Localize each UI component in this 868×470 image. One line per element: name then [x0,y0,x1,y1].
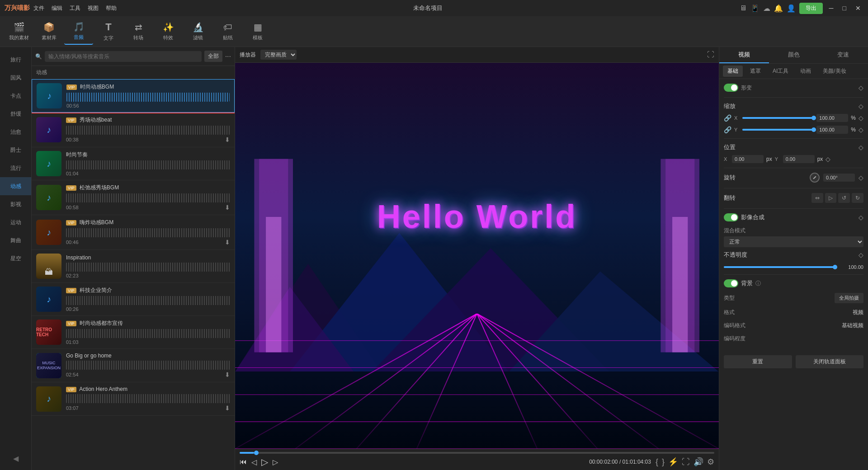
rotate-cw-button[interactable]: ↻ [852,193,863,203]
music-item-6[interactable]: 🏔 Inspiration 02:23 [32,250,235,283]
prev-frame-button[interactable]: ◁ [251,458,257,466]
music-item-8[interactable]: RETRO TECH VIP 时尚动感都市宣传 01:03 [32,316,235,349]
download-icon-5[interactable]: ⬇ [225,239,230,246]
cat-dongan[interactable]: 动感 [0,177,31,195]
scale-link-icon[interactable]: 🔗 [724,126,731,133]
pos-keyframe[interactable]: ◇ [826,155,830,163]
menu-tools[interactable]: 工具 [70,5,80,12]
rotation-input[interactable] [823,174,855,182]
pos-x-input[interactable] [732,155,764,163]
next-frame-button[interactable]: ▷ [273,458,278,466]
cat-travel[interactable]: 旅行 [0,51,31,69]
music-item-4[interactable]: ♪ VIP 松弛感秀场BGM 00:58 ⬇ [32,180,235,215]
blend-keyframe-icon[interactable]: ◇ [859,214,863,221]
music-item-1[interactable]: ♪ VIP 时尚动感BGM 00:56 [32,79,235,113]
tool-text[interactable]: T 文字 [94,19,123,45]
download-icon-9[interactable]: ⬇ [225,371,230,378]
tool-material[interactable]: 🎬 我的素材 [5,19,33,45]
music-item-2[interactable]: ♪ VIP 秀场动感beat 00:38 ⬇ [32,113,235,147]
cat-liuxing[interactable]: 流行 [0,159,31,177]
tool-filter[interactable]: 🔬 滤镜 [184,19,212,45]
split-icon[interactable]: ⚡ [668,457,678,467]
scale-y-slider[interactable] [742,129,814,131]
rotate-ccw-button[interactable]: ↺ [838,193,850,203]
bg-info-icon[interactable]: ⓘ [755,280,761,287]
skip-back-button[interactable]: ⏮ [240,458,247,466]
tool-sticker[interactable]: 🏷 贴纸 [213,19,242,45]
subtab-beauty[interactable]: 美颜/美妆 [818,66,850,77]
scale-x-slider[interactable] [742,117,814,119]
cat-guofeng[interactable]: 国风 [0,69,31,87]
mark-out-icon[interactable]: } [662,457,665,467]
music-item-3[interactable]: ♪ 时尚节奏 01:04 [32,147,235,180]
download-icon-4[interactable]: ⬇ [225,204,230,211]
download-icon-2[interactable]: ⬇ [225,136,230,143]
tool-audio[interactable]: 🎵 音频 [64,19,93,45]
music-search-input[interactable] [45,51,202,62]
shape-toggle[interactable] [724,84,738,92]
flip-v-button[interactable]: ▷ [825,193,836,203]
subtab-basic[interactable]: 基础 [723,66,743,77]
menu-help[interactable]: 帮助 [106,5,117,12]
position-keyframe-icon[interactable]: ◇ [859,144,863,151]
shape-keyframe-icon[interactable]: ◇ [859,84,863,91]
cat-jazz[interactable]: 爵士 [0,141,31,159]
opacity-keyframe-icon[interactable]: ◇ [859,251,863,258]
play-button[interactable]: ▷ [261,456,268,467]
blend-toggle[interactable] [724,213,738,221]
tab-speed[interactable]: 变速 [818,47,868,63]
export-button[interactable]: 导出 [799,3,823,14]
scale-keyframe-icon[interactable]: ◇ [859,103,863,110]
subtab-ai[interactable]: AI工具 [768,66,793,77]
close-track-button[interactable]: 关闭轨道面板 [796,355,864,368]
bg-toggle[interactable] [724,279,738,287]
fullscreen-icon[interactable]: ⛶ [682,457,690,467]
minimize-button[interactable]: ─ [826,4,836,13]
cat-kadian[interactable]: 卡点 [0,87,31,105]
volume-icon[interactable]: 🔊 [693,457,703,467]
music-item-10[interactable]: ♪ VIP Action Hero Anthem 03:07 ⬇ [32,382,235,416]
mark-in-icon[interactable]: { [656,457,658,467]
subtab-animation[interactable]: 动画 [796,66,816,77]
maximize-button[interactable]: □ [840,4,849,13]
tab-color[interactable]: 颜色 [769,47,819,63]
menu-file[interactable]: 文件 [33,5,44,12]
music-item-7[interactable]: ♪ VIP 科技企业简介 00:26 [32,283,235,316]
tab-video[interactable]: 视频 [719,47,769,63]
menu-edit[interactable]: 编辑 [52,5,62,12]
music-item-5[interactable]: ♪ VIP 嗨炸动感BGM 00:46 ⬇ [32,215,235,250]
scale-x-keyframe[interactable]: ◇ [859,114,863,122]
sidebar-collapse-icon[interactable]: ◀ [13,454,19,463]
cat-yingshi[interactable]: 影视 [0,195,31,213]
progress-handle[interactable] [254,451,259,455]
music-item-9[interactable]: MUSICEXPANSION Go Big or go home 02:54 ⬇ [32,349,235,382]
rotation-keyframe[interactable]: ◇ [859,174,863,181]
scale-y-input[interactable] [816,126,848,134]
scale-y-keyframe[interactable]: ◇ [859,126,863,133]
cat-wuqu[interactable]: 舞曲 [0,231,31,249]
preview-fullscreen-icon[interactable]: ⛶ [707,51,714,59]
cat-xingkong[interactable]: 星空 [0,249,31,268]
tool-library[interactable]: 📦 素材库 [34,19,63,45]
menu-view[interactable]: 视图 [88,5,99,12]
music-filter-button[interactable]: 全部 [204,51,222,62]
opacity-slider[interactable] [724,266,835,268]
flip-h-button[interactable]: ⇔ [811,193,823,203]
scale-lock-icon[interactable]: 🔗 [724,114,731,122]
download-icon-10[interactable]: ⬇ [225,404,230,412]
playback-progress-bar[interactable] [240,452,714,454]
settings-icon[interactable]: ⚙ [707,457,714,467]
cat-shuhuan[interactable]: 舒缓 [0,105,31,123]
reset-button[interactable]: 重置 [724,355,792,368]
tool-effect[interactable]: ✨ 特效 [154,19,183,45]
cat-zhiyu[interactable]: 治愈 [0,123,31,141]
type-value-button[interactable]: 全局拍摄 [835,293,863,303]
blend-mode-select[interactable]: 正常 [724,236,863,247]
tool-template[interactable]: ▦ 模板 [243,19,272,45]
close-button[interactable]: ✕ [853,4,863,13]
rotation-dial[interactable] [810,173,820,183]
pos-y-input[interactable] [783,155,815,163]
music-more-icon[interactable]: ··· [225,52,231,61]
cat-yundong[interactable]: 运动 [0,213,31,231]
scale-x-input[interactable] [816,114,848,122]
